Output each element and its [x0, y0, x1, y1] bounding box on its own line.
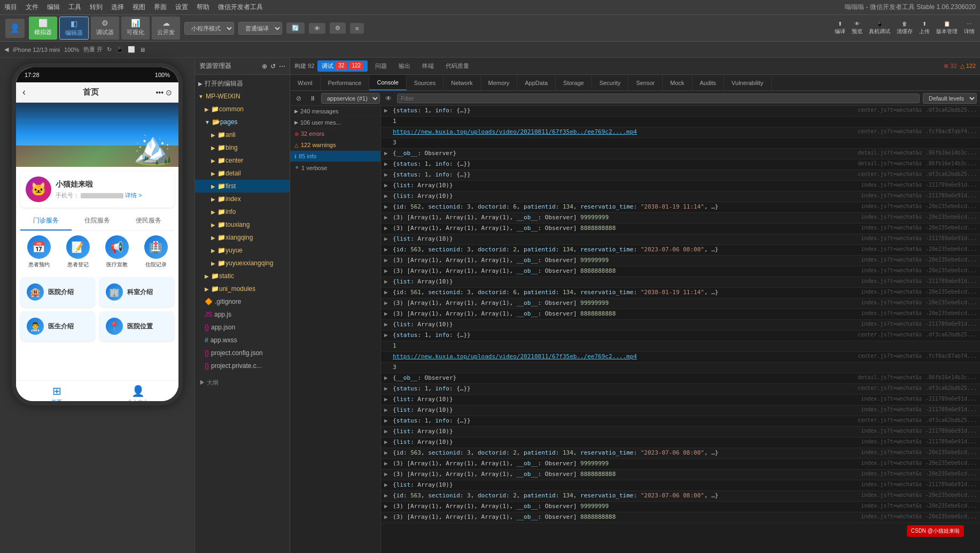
level-select[interactable]: Default levels: [923, 93, 977, 104]
menu-tools[interactable]: 工具: [68, 3, 81, 12]
file-tree-yuyue[interactable]: ▶ 📁 yuyue: [195, 244, 290, 257]
list-item[interactable]: 📢 医疗宣教: [98, 235, 135, 268]
hospital-intro-card[interactable]: 🏨 医院介绍: [20, 277, 95, 307]
source-select[interactable]: appservice (#1): [321, 93, 380, 104]
preview-right-btn[interactable]: 👁 预览: [852, 21, 862, 35]
file-tree-projprivate[interactable]: {} project.private.c...: [195, 359, 290, 372]
console-log-area[interactable]: ▶ {status: 1, info: {…}} center.js?t=wec…: [381, 106, 980, 553]
tab-security[interactable]: Security: [592, 75, 629, 90]
tab-storage[interactable]: Storage: [556, 75, 592, 90]
file-tree-anli[interactable]: ▶ 📁 anli: [195, 128, 290, 141]
menu-wechat[interactable]: 微信开发者工具: [218, 3, 263, 12]
file-tree-index[interactable]: ▶ 📁 index: [195, 193, 290, 205]
file-tree-pages[interactable]: ▼ 📂 pages: [195, 116, 290, 128]
code-quality-tab[interactable]: 代码质量: [441, 60, 473, 72]
cloud-button[interactable]: ☁ 云开发: [152, 17, 180, 40]
filter-input[interactable]: [397, 94, 920, 103]
phone-back-btn[interactable]: ‹: [22, 87, 26, 98]
visualize-button[interactable]: 📊 可视化: [121, 17, 150, 40]
file-tree-yuyuexx[interactable]: ▶ 📁 yuyuexxiangqing: [195, 257, 290, 270]
tab-memory[interactable]: Memory: [481, 75, 518, 90]
collapse-tree-icon[interactable]: ⋯: [279, 63, 285, 70]
problem-tab[interactable]: 问题: [371, 60, 391, 72]
file-tree-static[interactable]: ▶ 📁 static: [195, 270, 290, 282]
file-tree-info[interactable]: ▶ 📁 info: [195, 205, 290, 218]
menu-edit[interactable]: 编辑: [47, 3, 60, 12]
simulator-button[interactable]: ⬜ 模拟器: [29, 17, 57, 40]
tab-console[interactable]: Console: [369, 75, 406, 90]
msg-group-info[interactable]: ℹ 85 info: [290, 151, 380, 162]
file-tree-first[interactable]: ▶ 📁 first: [195, 180, 290, 193]
reload-icon[interactable]: ↻: [107, 46, 112, 53]
menu-settings[interactable]: 设置: [175, 3, 188, 12]
real-test-btn[interactable]: 📱 真机调试: [869, 21, 890, 35]
editor-button[interactable]: ◧ 编辑器: [59, 17, 89, 40]
file-tree-root[interactable]: ▶ 打开的编辑器: [195, 77, 290, 90]
tab-sensor[interactable]: Sensor: [628, 75, 663, 90]
refresh-button[interactable]: 🔄: [286, 22, 305, 34]
file-tree-detail[interactable]: ▶ 📁 detail: [195, 167, 290, 180]
msg-group-errors[interactable]: ⊗ 32 errors: [290, 128, 380, 140]
test-tab[interactable]: 调试 32 122: [317, 60, 368, 72]
file-tree-center[interactable]: ▶ 📁 center: [195, 154, 290, 167]
menu-project[interactable]: 项目: [4, 3, 17, 12]
eye-console-btn[interactable]: 👁: [383, 93, 394, 104]
compile-select[interactable]: 普通编译: [238, 22, 282, 35]
tab-vulnerability[interactable]: Vulnerability: [724, 75, 772, 90]
tab-convenience[interactable]: 便民服务: [123, 212, 174, 231]
output-tab[interactable]: 输出: [394, 60, 415, 72]
msg-group-warnings[interactable]: △ 122 warnings: [290, 140, 380, 151]
back-arrow[interactable]: ◀: [4, 46, 9, 53]
file-tree-appjs[interactable]: JS app.js: [195, 308, 290, 321]
tab-audits[interactable]: Audits: [693, 75, 725, 90]
heat-label[interactable]: 热重 开: [83, 45, 103, 53]
tab-inpatient[interactable]: 住院服务: [72, 212, 123, 231]
profile-detail-link[interactable]: 详情 >: [125, 192, 142, 198]
msg-group-all[interactable]: ▶ 240 messages: [290, 106, 380, 117]
list-item[interactable]: 📝 患者登记: [59, 235, 96, 268]
file-tree-common[interactable]: ▶ 📁 common: [195, 103, 290, 116]
compile-right-btn[interactable]: ⬆ 编译: [835, 21, 845, 35]
tab-sources[interactable]: Sources: [407, 75, 444, 90]
tab-performance[interactable]: Performance: [321, 75, 370, 90]
menu-select[interactable]: 选择: [111, 3, 124, 12]
file-tree-touxiang[interactable]: ▶ 📁 touxiang: [195, 218, 290, 231]
tab-appdata[interactable]: AppData: [517, 75, 556, 90]
department-intro-card[interactable]: 🏢 科室介绍: [99, 277, 174, 307]
msg-group-user[interactable]: ▶ 106 user mes...: [290, 117, 380, 128]
phone-content[interactable]: 🐱 小猫娃来啦 手机号： 详情 > 门诊服务 住院服务 便民服务: [16, 103, 178, 380]
settings-icon-button[interactable]: ⚙: [330, 22, 346, 34]
detail-btn[interactable]: ⋯ 详情: [964, 21, 975, 35]
bottom-nav-home[interactable]: ⊞ 首页: [16, 385, 97, 405]
msg-group-verbose[interactable]: ⚬ 1 verbose: [290, 162, 380, 174]
tab-wxml[interactable]: Wxml: [290, 75, 321, 90]
phone-menu-btn[interactable]: ••• ⊙: [155, 88, 172, 97]
refresh-tree-icon[interactable]: ↺: [270, 63, 276, 70]
file-tree-unimodules[interactable]: ▶ 📁 uni_modules: [195, 282, 290, 295]
file-tree-bing[interactable]: ▶ 📁 bing: [195, 141, 290, 154]
hospital-location-card[interactable]: 📍 医院位置: [99, 311, 174, 341]
tab-mock[interactable]: Mock: [663, 75, 692, 90]
mode-select[interactable]: 小程序模式: [184, 22, 234, 35]
tab-outpatient[interactable]: 门诊服务: [20, 212, 72, 231]
menu-view[interactable]: 视图: [133, 3, 145, 12]
tab-network[interactable]: Network: [444, 75, 480, 90]
file-tree-xiangqing[interactable]: ▶ 📁 xiangqing: [195, 231, 290, 244]
file-tree-gitignore[interactable]: 🔶 .gitignore: [195, 295, 290, 308]
more-icon-button[interactable]: ≡: [350, 23, 364, 34]
file-tree-appjson[interactable]: {} app.json: [195, 321, 290, 334]
clear-console-btn[interactable]: ⊘: [293, 93, 304, 104]
menu-help[interactable]: 帮助: [197, 3, 209, 12]
menu-file[interactable]: 文件: [26, 3, 38, 12]
bottom-nav-profile[interactable]: 👤 个人中心: [97, 385, 178, 405]
file-tree-appwxss[interactable]: # app.wxss: [195, 334, 290, 347]
new-file-icon[interactable]: ⊕: [262, 63, 267, 70]
file-tree-project[interactable]: ▼ MP-WEIXIN: [195, 90, 290, 103]
list-item[interactable]: 📅 患者预约: [20, 235, 57, 268]
version-btn[interactable]: 📋 版本管理: [936, 21, 958, 35]
preview-icon-button[interactable]: 👁: [309, 23, 325, 34]
upload-btn[interactable]: ⬆ 上传: [919, 21, 930, 35]
menu-interface[interactable]: 界面: [154, 3, 167, 12]
debugger-button[interactable]: ⚙ 调试器: [91, 17, 119, 40]
clear-storage-btn[interactable]: 🗑 清缓存: [897, 21, 913, 35]
